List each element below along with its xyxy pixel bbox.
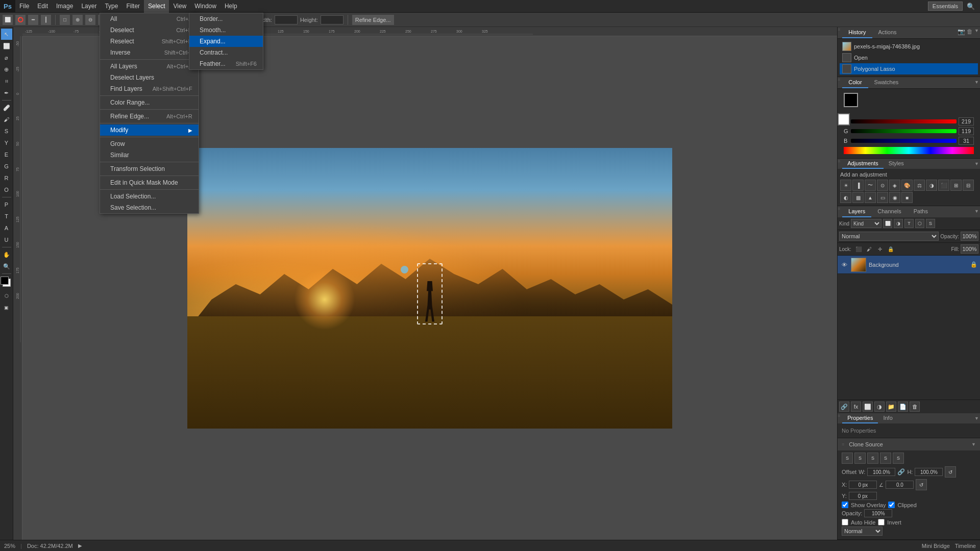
history-panel-collapse[interactable]: ▼ — [974, 28, 979, 37]
fg-color-swatch-main[interactable] — [844, 93, 858, 107]
show-overlay-checkbox[interactable] — [842, 502, 848, 508]
tab-swatches[interactable]: Swatches — [868, 77, 905, 88]
filter-type-btn[interactable]: T — [904, 219, 914, 228]
healing-brush-tool[interactable]: 🩹 — [1, 102, 12, 113]
brightness-contrast-icon[interactable]: ☀ — [840, 180, 851, 191]
quick-select-tool[interactable]: ⊕ — [1, 64, 12, 75]
tab-channels[interactable]: Channels — [871, 206, 907, 217]
kind-select[interactable]: Kind — [851, 219, 881, 228]
new-group-btn[interactable]: 📁 — [886, 402, 896, 412]
modify-border[interactable]: Border... — [189, 13, 263, 24]
selective-color-icon[interactable]: ◉ — [889, 192, 900, 203]
lasso-tool[interactable]: ⌀ — [1, 52, 12, 63]
eyedropper-tool[interactable]: ✒ — [1, 87, 12, 98]
delete-layer-btn[interactable]: 🗑 — [910, 402, 920, 412]
workspace-button[interactable]: Essentials — [928, 2, 963, 11]
bg-color-swatch-main[interactable] — [838, 113, 850, 126]
select-reselect[interactable]: Reselect Shift+Ctrl+D — [100, 36, 199, 47]
posterize-icon[interactable]: ▩ — [852, 192, 864, 203]
layer-item-background[interactable]: 👁 Background 🔒 — [838, 256, 980, 274]
clone-stamp-3[interactable]: S — [867, 453, 878, 464]
new-fill-adj-btn[interactable]: ◑ — [874, 402, 885, 412]
color-spectrum[interactable] — [844, 147, 974, 154]
deselect-layers[interactable]: Deselect Layers — [100, 72, 199, 83]
add-sel-icon[interactable]: ⊕ — [72, 15, 83, 25]
invert-checkbox[interactable] — [878, 519, 885, 525]
quick-mask-btn[interactable]: ⬡ — [1, 290, 12, 302]
hand-tool[interactable]: ✋ — [1, 249, 12, 260]
angle-input[interactable]: 0.0 — [886, 481, 914, 489]
filter-adj-btn[interactable]: ◑ — [894, 219, 903, 228]
link-icon[interactable]: 🔗 — [897, 468, 905, 475]
move-tool[interactable]: ↖ — [1, 29, 12, 40]
layer-style-btn[interactable]: fx — [851, 402, 861, 412]
row-marquee-icon[interactable]: ━ — [28, 15, 38, 25]
hue-sat-icon[interactable]: 🎨 — [901, 180, 913, 191]
add-mask-btn[interactable]: ⬜ — [863, 402, 873, 412]
menu-edit[interactable]: Edit — [33, 0, 52, 13]
clone-source-header[interactable]: ≡ Clone Source ▼ — [838, 438, 980, 450]
h-input[interactable]: 100.0% — [915, 468, 943, 476]
menu-layer[interactable]: Layer — [77, 0, 101, 13]
menu-window[interactable]: Window — [190, 0, 220, 13]
clone-panel-collapse[interactable]: ▼ — [971, 442, 976, 447]
select-all-layers[interactable]: All Layers Alt+Ctrl+A — [100, 61, 199, 72]
modify-menu-item[interactable]: Modify ▶ — [100, 124, 199, 136]
tab-layers[interactable]: Layers — [842, 206, 871, 217]
delete-history-icon[interactable]: 🗑 — [967, 28, 973, 37]
clone-stamp-1[interactable]: S — [842, 453, 853, 464]
timeline-btn[interactable]: Timeline — [955, 543, 976, 549]
fg-color-swatch[interactable] — [1, 277, 9, 285]
gradient-map-icon[interactable]: ▭ — [877, 192, 888, 203]
refine-edge[interactable]: Refine Edge... Alt+Ctrl+R — [100, 111, 199, 122]
rect-marquee-icon[interactable]: ⬜ — [3, 15, 13, 25]
green-slider[interactable] — [851, 129, 957, 133]
select-inverse[interactable]: Inverse Shift+Ctrl+I — [100, 47, 199, 58]
tab-properties[interactable]: Properties — [842, 413, 878, 423]
blue-slider[interactable] — [851, 139, 957, 143]
bw-icon[interactable]: ◑ — [926, 180, 937, 191]
exposure-icon[interactable]: ⊙ — [877, 180, 888, 191]
menu-help[interactable]: Help — [220, 0, 241, 13]
lock-transparent-btn[interactable]: ⬛ — [854, 244, 863, 254]
dodge-tool[interactable]: O — [1, 184, 12, 195]
new-snapshot-icon[interactable]: 📷 — [958, 28, 965, 37]
eraser-tool[interactable]: E — [1, 149, 12, 160]
lock-all-btn[interactable]: 🔒 — [886, 244, 895, 254]
col-marquee-icon[interactable]: ┃ — [41, 15, 51, 25]
y-input[interactable]: 0 px — [849, 492, 877, 500]
clipped-checkbox[interactable] — [888, 502, 895, 508]
menu-view[interactable]: View — [169, 0, 190, 13]
auto-hide-checkbox[interactable] — [842, 519, 848, 525]
blur-tool[interactable]: R — [1, 172, 12, 184]
blend-mode-select[interactable]: Normal — [839, 232, 939, 241]
transform-selection[interactable]: Transform Selection — [100, 163, 199, 174]
filter-pixel-btn[interactable]: ⬜ — [883, 219, 892, 228]
modify-expand[interactable]: Expand... — [189, 36, 263, 47]
opacity-input[interactable]: 100% — [961, 232, 978, 241]
path-select-tool[interactable]: A — [1, 222, 12, 234]
clone-stamp-tool[interactable]: S — [1, 126, 12, 137]
menu-image[interactable]: Image — [52, 0, 77, 13]
lock-position-btn[interactable]: ✛ — [875, 244, 885, 254]
green-value[interactable]: 119 — [959, 127, 974, 135]
color-balance-icon[interactable]: ⚖ — [914, 180, 925, 191]
clone-stamp-5[interactable]: S — [893, 453, 904, 464]
history-item-lasso[interactable]: Polygonal Lasso — [840, 63, 978, 74]
grow-menu-item[interactable]: Grow — [100, 138, 199, 149]
height-input[interactable] — [321, 15, 344, 24]
reset-transform-btn[interactable]: ↺ — [945, 466, 956, 478]
lock-image-btn[interactable]: 🖌 — [865, 244, 874, 254]
clone-stamp-4[interactable]: S — [880, 453, 891, 464]
pen-tool[interactable]: P — [1, 199, 12, 210]
shape-tool[interactable]: U — [1, 234, 12, 245]
new-sel-icon[interactable]: □ — [60, 15, 70, 25]
refine-edge-btn[interactable]: Refine Edge... — [352, 15, 394, 25]
menu-file[interactable]: File — [15, 0, 33, 13]
history-item-open[interactable]: Open — [840, 52, 978, 63]
tab-actions[interactable]: Actions — [872, 27, 903, 38]
red-slider[interactable] — [851, 119, 957, 123]
x-input[interactable]: 0 px — [849, 481, 877, 489]
vibrance-icon[interactable]: ◈ — [889, 180, 900, 191]
brush-tool[interactable]: 🖌 — [1, 114, 12, 125]
